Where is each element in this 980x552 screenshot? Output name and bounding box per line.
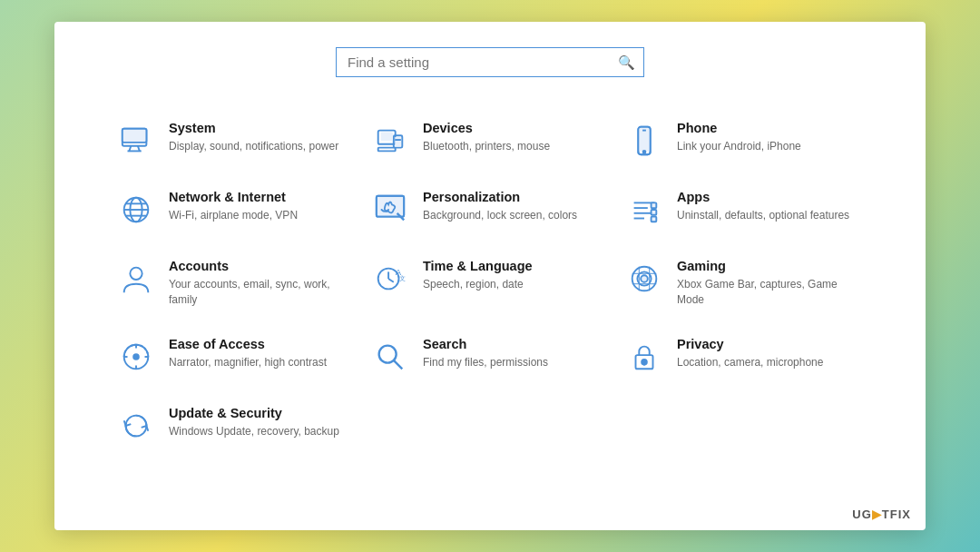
svg-rect-4	[122, 129, 147, 143]
setting-item-privacy[interactable]: PrivacyLocation, camera, microphone	[617, 320, 871, 389]
settings-grid: SystemDisplay, sound, notifications, pow…	[109, 104, 871, 458]
setting-item-network[interactable]: Network & InternetWi-Fi, airplane mode, …	[109, 173, 363, 242]
setting-desc-devices: Bluetooth, printers, mouse	[423, 139, 550, 154]
svg-rect-9	[381, 133, 393, 142]
setting-title-system: System	[169, 121, 338, 136]
setting-item-time[interactable]: A 文 Time & LanguageSpeech, region, date	[363, 242, 617, 320]
personalization-icon	[370, 190, 410, 230]
setting-item-ease[interactable]: Ease of AccessNarrator, magnifier, high …	[109, 320, 363, 389]
svg-rect-30	[652, 202, 657, 208]
setting-desc-network: Wi-Fi, airplane mode, VPN	[169, 208, 298, 223]
svg-rect-10	[395, 137, 401, 146]
setting-item-gaming[interactable]: GamingXbox Game Bar, captures, Game Mode	[617, 242, 871, 320]
setting-title-gaming: Gaming	[677, 259, 857, 274]
svg-line-51	[394, 360, 403, 370]
setting-title-update: Update & Security	[169, 406, 339, 421]
search-icon: 🔍	[618, 54, 635, 71]
svg-text:文: 文	[399, 275, 406, 281]
setting-item-devices[interactable]: DevicesBluetooth, printers, mouse	[363, 104, 617, 173]
svg-point-31	[130, 268, 142, 280]
setting-desc-system: Display, sound, notifications, power	[169, 139, 338, 154]
setting-item-phone[interactable]: PhoneLink your Android, iPhone	[617, 104, 871, 173]
setting-item-personalization[interactable]: PersonalizationBackground, lock screen, …	[363, 173, 617, 242]
setting-title-devices: Devices	[423, 121, 550, 136]
phone-icon	[624, 121, 664, 161]
setting-title-accounts: Accounts	[169, 259, 348, 274]
update-icon	[116, 406, 156, 446]
svg-line-34	[388, 279, 394, 282]
setting-desc-accounts: Your accounts, email, sync, work, family	[169, 277, 348, 308]
setting-title-ease: Ease of Access	[169, 337, 327, 352]
settings-window: 🔍 SystemDisplay, sound, notifications, p…	[54, 22, 926, 530]
system-icon	[116, 121, 156, 161]
setting-item-system[interactable]: SystemDisplay, sound, notifications, pow…	[109, 104, 363, 173]
search-input[interactable]	[336, 47, 644, 77]
setting-title-phone: Phone	[677, 121, 801, 136]
setting-desc-privacy: Location, camera, microphone	[677, 355, 823, 370]
setting-desc-apps: Uninstall, defaults, optional features	[677, 208, 849, 223]
svg-point-45	[133, 354, 139, 360]
apps-icon	[624, 190, 664, 230]
svg-rect-28	[652, 210, 657, 215]
setting-title-time: Time & Language	[423, 259, 533, 274]
privacy-icon	[624, 337, 664, 377]
accounts-icon	[116, 259, 156, 299]
setting-desc-time: Speech, region, date	[423, 277, 533, 292]
setting-desc-personalization: Background, lock screen, colors	[423, 208, 577, 223]
network-icon	[116, 190, 156, 230]
setting-item-apps[interactable]: AppsUninstall, defaults, optional featur…	[617, 173, 871, 242]
setting-desc-phone: Link your Android, iPhone	[677, 139, 801, 154]
setting-item-search[interactable]: SearchFind my files, permissions	[363, 320, 617, 389]
svg-rect-29	[652, 217, 657, 222]
setting-title-privacy: Privacy	[677, 337, 823, 352]
watermark: UG▶TFIX	[852, 508, 911, 521]
gaming-icon	[624, 259, 664, 299]
svg-point-50	[379, 346, 397, 363]
setting-desc-search: Find my files, permissions	[423, 355, 548, 370]
setting-desc-gaming: Xbox Game Bar, captures, Game Mode	[677, 277, 857, 308]
svg-rect-7	[378, 148, 396, 152]
setting-desc-ease: Narrator, magnifier, high contrast	[169, 355, 327, 370]
search-icon	[370, 337, 410, 377]
setting-desc-update: Windows Update, recovery, backup	[169, 424, 339, 439]
setting-title-apps: Apps	[677, 190, 849, 205]
svg-point-15	[643, 151, 646, 153]
devices-icon	[370, 121, 410, 161]
setting-item-update[interactable]: Update & SecurityWindows Update, recover…	[109, 389, 363, 458]
setting-item-accounts[interactable]: AccountsYour accounts, email, sync, work…	[109, 242, 363, 320]
setting-title-search: Search	[423, 337, 548, 352]
setting-title-personalization: Personalization	[423, 190, 577, 205]
time-icon: A 文	[370, 259, 410, 299]
setting-title-network: Network & Internet	[169, 190, 298, 205]
ease-icon	[116, 337, 156, 377]
svg-point-39	[641, 275, 648, 282]
search-bar-container: 🔍	[336, 47, 644, 77]
